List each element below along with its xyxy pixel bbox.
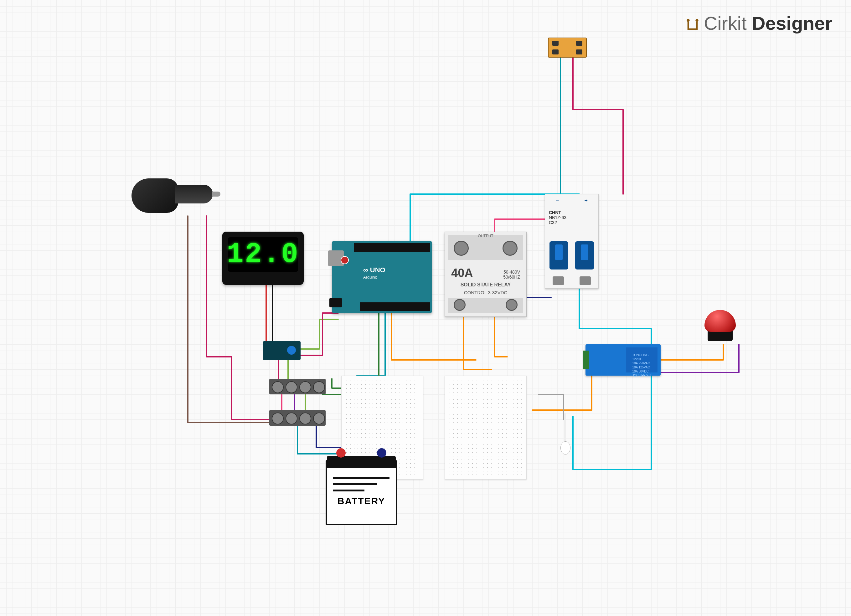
arduino-logo: ∞ UNO [363,266,385,274]
ssr-input-block [448,297,523,313]
relay-cube: TONGLING 12VDC 10A 250VAC 10A 125VAC 10A… [626,347,657,373]
relay-markings: TONGLING 12VDC 10A 250VAC 10A 125VAC 10A… [632,353,651,377]
terminal-screw[interactable] [272,381,284,393]
charger-tip [175,185,213,203]
solid-state-relay[interactable]: OUTPUT 40A 50-480V 50/60HZ SOLID STATE R… [445,231,527,317]
terminal-screw[interactable] [272,413,284,424]
arduino-power-jack[interactable] [329,298,342,307]
breaker-brand: CHNT NB1Z-63 C32 [549,210,566,225]
arduino-digital-headers[interactable] [354,243,430,252]
relay-module[interactable]: TONGLING 12VDC 10A 250VAC 10A 125VAC 10A… [585,344,661,376]
voltmeter-display: 12.0 [228,237,298,272]
relay-screw-terminals[interactable] [583,350,589,370]
ssr-output-label: OUTPUT [448,234,523,238]
circuit-breaker[interactable]: − + CHNT NB1Z-63 C32 [545,194,598,288]
arduino-uno[interactable]: ∞ UNO Arduino [332,241,432,313]
battery-label: BATTERY [327,496,396,506]
buck-converter[interactable] [263,341,301,360]
breaker-rating: C32 [549,220,557,225]
ssr-screw-terminal[interactable] [506,299,517,311]
battery-terminal-pos[interactable] [336,448,346,458]
breaker-terminal[interactable] [580,276,591,285]
ssr-screw-terminal[interactable] [502,241,517,256]
battery-terminal-neg[interactable] [377,448,386,458]
charger-pin [212,192,220,197]
arduino-reset-button[interactable] [341,256,349,264]
terminal-block-top[interactable] [269,379,326,394]
battery-top [327,456,396,468]
arduino-sublabel: Arduino [363,275,377,279]
circuit-canvas[interactable]: 12.0 ∞ UNO Arduino OUTPUT 40A 50-480V 50… [0,0,851,616]
terminal-screw[interactable] [299,381,311,393]
digital-voltmeter[interactable]: 12.0 [222,231,304,285]
buck-potentiometer[interactable] [287,346,296,355]
breaker-model: NB1Z-63 [549,215,566,220]
float-rod [564,413,566,445]
breaker-minus: − [556,197,559,204]
ssr-type-label: SOLID STATE RELAY [445,282,526,288]
socket-pin [576,41,582,46]
terminal-block-bottom[interactable] [269,410,326,426]
relay-voltage: 12VDC [632,357,651,361]
breaker-terminal[interactable] [553,276,564,285]
battery-stripe [333,490,364,491]
float-level-sensor[interactable] [561,413,570,457]
power-socket[interactable] [548,38,587,58]
terminal-screw[interactable] [286,413,298,424]
relay-brand: TONGLING [632,353,651,357]
breaker-plus: + [584,197,588,204]
ssr-control-label: CONTROL 3-32VDC [445,290,526,295]
alarm-siren[interactable] [708,329,733,341]
siren-dome [704,310,736,332]
charger-body [131,179,179,213]
socket-pin [552,50,559,54]
breaker-brand-text: CHNT [549,210,561,215]
ssr-output-block: OUTPUT [448,235,523,260]
relay-spec: 10A 125VAC [632,365,651,370]
ssr-spec-v: 50-480V [503,269,520,275]
terminal-screw[interactable] [313,381,325,393]
relay-part: JQC-3FF-S-Z [632,373,651,377]
terminal-screw[interactable] [286,381,298,393]
breadboard-holes[interactable] [448,379,523,476]
float-ball [561,441,570,454]
socket-pin [552,41,559,46]
breaker-switch-left[interactable] [549,241,568,269]
breaker-switch-right[interactable] [575,241,594,269]
ssr-screw-terminal[interactable] [454,299,466,311]
ssr-screw-terminal[interactable] [454,241,469,256]
terminal-screw[interactable] [299,413,311,424]
arduino-analog-headers[interactable] [360,302,430,311]
socket-pin [576,50,582,54]
battery-stripe [333,477,389,479]
ssr-spec: 50-480V 50/60HZ [503,269,520,279]
relay-spec: 10A 30VDC [632,370,651,373]
ssr-spec-hz: 50/60HZ [503,275,520,279]
battery-12v[interactable]: BATTERY [326,460,397,525]
ssr-amp-rating: 40A [451,266,473,280]
car-usb-charger[interactable] [131,175,219,216]
breadboard-right[interactable] [445,376,527,479]
relay-spec: 10A 250VAC [632,361,651,365]
battery-stripe [333,483,377,485]
terminal-screw[interactable] [313,413,325,424]
